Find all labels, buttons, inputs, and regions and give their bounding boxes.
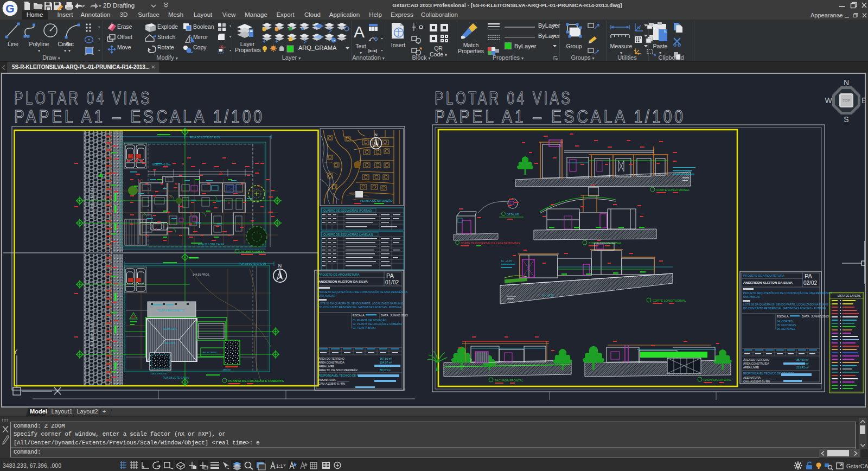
svg-text:TELHA CER.: TELHA CER. [163,328,177,330]
svg-text:ASSINATURA: ________: ASSINATURA: ________ [743,376,774,379]
svg-text:LOTE 08 DA QUADRA 09, SENDO PA: LOTE 08 DA QUADRA 09, SENDO PARTE, LOCAL… [318,302,404,305]
svg-text:CORTE TRANSVERSAL DA CASA DE B: CORTE TRANSVERSAL DA CASA DE BOMBAS [461,241,520,245]
svg-text:02. PLANTA DE LOCAÇÃO E COBERT: 02. PLANTA DE LOCAÇÃO E COBERTA [353,322,403,326]
svg-text:367,50 m²: 367,50 m² [796,358,809,361]
svg-text:213,43 m²: 213,43 m² [796,366,809,369]
svg-text:TELHA FIBROCIMENTO: TELHA FIBROCIMENTO [157,309,184,312]
svg-text:PAPEL A1 – ESCALA 1/100: PAPEL A1 – ESCALA 1/100 [435,106,686,126]
svg-text:RUA PROJETADA 1: RUA PROJETADA 1 [91,187,94,217]
svg-text:CALV. DESCOB.: CALV. DESCOB. [151,372,167,375]
svg-text:QUADRO DE ESQUADRIAS (PORTAS): QUADRO DE ESQUADRIAS (PORTAS) [323,209,372,212]
svg-text:ÁREA TX. DE SOLO PERMEÁV.: ÁREA TX. DE SOLO PERMEÁV. [318,368,358,372]
svg-text:FACHADA LATERAL: FACHADA LATERAL [704,378,731,381]
svg-text:UNIFAMILIAR: UNIFAMILIAR [743,295,761,298]
svg-text:NA. +0.50: NA. +0.50 [542,294,554,297]
svg-text:MURO H=2,00m: MURO H=2,00m [152,163,171,166]
svg-text:05. FACHADAS: 05. FACHADAS [777,323,796,327]
svg-text:N: N [844,78,849,87]
svg-text:PROJETO ARQUITETÔNICO DE CONST: PROJETO ARQUITETÔNICO DE CONSTRUÇÃO DE U… [318,290,408,294]
svg-text:ESCALA:: ESCALA: [353,314,366,317]
svg-text:QUADRO DE ESQUADRIAS (JANELAS): QUADRO DE ESQUADRIAS (JANELAS) [323,233,373,236]
svg-text:ÁREA LIVRE: ÁREA LIVRE [318,365,335,368]
svg-text:01. PLANTA DE SITUAÇÃO: 01. PLANTA DE SITUAÇÃO [353,319,387,322]
svg-text:ÁREA LIVRE: ÁREA LIVRE [743,366,760,369]
svg-text:PAPEL A1 – ESCALA 1/100: PAPEL A1 – ESCALA 1/100 [14,106,265,126]
svg-text:G: G [5,2,14,15]
svg-text:58,07 m²: 58,07 m² [380,368,391,372]
svg-text:LOTE 08 DA QUADRA 09, SENDO PA: LOTE 08 DA QUADRA 09, SENDO PARTE, LOCAL… [743,303,828,306]
svg-text:PROJETO DE ARQUITETURA: PROJETO DE ARQUITETURA [743,274,784,277]
svg-text:DATA: JUNHO 2013: DATA: JUNHO 2013 [802,315,829,318]
svg-text:06. DETALHES: 06. DETALHES [777,327,796,330]
svg-text:CAU: A103547-5 / RN: CAU: A103547-5 / RN [318,382,345,385]
svg-text:154,07 m²: 154,07 m² [380,361,392,364]
svg-text:LISTA DE LAYERS: LISTA DE LAYERS [838,294,861,297]
svg-text:PLOTAR 04 VIAS: PLOTAR 04 VIAS [435,87,572,108]
svg-text:01/02: 01/02 [385,279,399,285]
svg-text:PLANTA BAIXA: PLANTA BAIXA [241,250,265,253]
svg-text:1:1: 1:1 [276,463,283,469]
svg-text:PROJETO ARQUITETÔNICO DE CONST: PROJETO ARQUITETÔNICO DE CONSTRUÇÃO DE U… [743,291,833,295]
svg-text:DATA: JUNHO 2013: DATA: JUNHO 2013 [381,314,408,317]
svg-text:DO CONJUNTO RESIDÊNCIAL JARDIM: DO CONJUNTO RESIDÊNCIAL JARDIM DAS ACACI… [318,305,401,309]
svg-text:04. CORTES: 04. CORTES [777,320,793,323]
svg-text:S: S [844,115,848,124]
svg-text:DETALHE: DETALHE [507,213,519,216]
svg-text:ANDERSON KLEITON DA SILVA: ANDERSON KLEITON DA SILVA [743,281,793,284]
svg-text:PLANTA DE SITUAÇÃO: PLANTA DE SITUAÇÃO [360,199,393,202]
svg-text:ÁREA CONSTRUÍDA: ÁREA CONSTRUÍDA [318,361,344,364]
svg-text:CORTE LONGITUDINAL: CORTE LONGITUDINAL [653,299,686,302]
svg-text:LAV. EXTERNO: LAV. EXTERNO [202,351,217,354]
svg-text:CORTE LONGITUDINAL: CORTE LONGITUDINAL [656,188,690,192]
svg-text:ÁREA DO TERRENO: ÁREA DO TERRENO [318,357,344,360]
svg-text:TOP: TOP [843,99,851,103]
svg-text:RUA PROJETADA 1: RUA PROJETADA 1 [91,317,94,347]
svg-text:PLOTAR 04 VIAS: PLOTAR 04 VIAS [14,87,152,108]
svg-text:PLANTA DE LOCAÇÃO E COBERTA: PLANTA DE LOCAÇÃO E COBERTA [228,379,284,383]
svg-text:02/02: 02/02 [803,280,817,286]
svg-text:03. PLANTA BAIXA: 03. PLANTA BAIXA [353,326,376,329]
svg-text:367,50 m²: 367,50 m² [380,357,392,360]
svg-text:INCL 35%: INCL 35% [164,342,175,345]
svg-text:RUA 08 LOTE CAIXA: RUA 08 LOTE CAIXA [163,376,189,379]
svg-text:PA: PA [805,273,813,279]
svg-text:PROJETO DE ARQUITETURA: PROJETO DE ARQUITETURA [318,273,360,276]
svg-text:E: E [861,96,865,105]
svg-text:PA: PA [386,272,394,279]
svg-text:DO CONJUNTO RESIDÊNCIAL JARDIM: DO CONJUNTO RESIDÊNCIAL JARDIM DAS ACACI… [743,306,826,310]
svg-text:RUA 08 LOTE 07 E 09: RUA 08 LOTE 07 E 09 [239,262,266,265]
svg-text:JARDIM: JARDIM [222,368,231,371]
svg-text:CAU: A103547-5 / RN: CAU: A103547-5 / RN [743,380,770,383]
svg-text:ÁREA CONSTRUÍDA: ÁREA CONSTRUÍDA [743,362,769,365]
svg-text:UNIFAMILIAR: UNIFAMILIAR [318,294,336,297]
svg-text:ASSINATURA: ________: ASSINATURA: ________ [318,378,349,381]
svg-text:FACHADA FRONTAL: FACHADA FRONTAL [495,379,523,382]
svg-text:RUA 08 LOTE CAIXA: RUA 08 LOTE CAIXA [198,243,225,246]
svg-text:RUA 08 LOTE 07 E 09: RUA 08 LOTE 07 E 09 [190,136,220,139]
svg-text:ÁREA DO TERRENO: ÁREA DO TERRENO [743,358,769,361]
svg-text:W: W [825,96,832,105]
svg-text:FL. +0.15: FL. +0.15 [501,260,512,263]
svg-text:ESCALA:: ESCALA: [777,315,790,318]
svg-text:ANDERSON KLEITON DA SILVA: ANDERSON KLEITON DA SILVA [318,280,368,283]
